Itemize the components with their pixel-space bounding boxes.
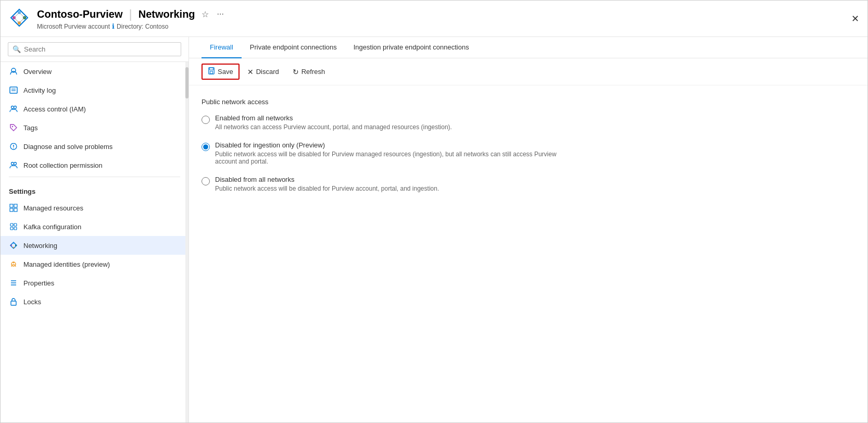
sidebar-item-locks[interactable]: Locks — [1, 292, 188, 311]
svg-rect-40 — [210, 68, 213, 70]
svg-rect-22 — [10, 208, 13, 212]
svg-rect-21 — [14, 204, 17, 207]
networking-icon — [9, 241, 18, 250]
info-icon[interactable]: ℹ — [112, 22, 115, 30]
access-control-icon — [9, 104, 18, 114]
header: Contoso-Purview | Networking ☆ ··· Micro… — [1, 1, 867, 37]
search-input[interactable] — [24, 45, 177, 53]
all-disabled-label[interactable]: Disabled from all networks — [215, 176, 439, 183]
discard-label: Discard — [256, 68, 279, 76]
sidebar-item-tags[interactable]: Tags — [1, 118, 188, 137]
refresh-button[interactable]: ↻ Refresh — [287, 65, 331, 79]
svg-rect-24 — [10, 223, 13, 226]
resource-name: Contoso-Purview — [37, 8, 122, 20]
settings-divider — [9, 177, 180, 177]
search-area: 🔍 — [1, 37, 188, 62]
svg-point-32 — [11, 245, 12, 246]
svg-point-14 — [14, 106, 17, 109]
tab-private-endpoint[interactable]: Private endpoint connections — [242, 37, 345, 58]
save-label: Save — [218, 68, 233, 76]
ingestion-only-description: Public network access will be disabled f… — [215, 151, 580, 165]
tab-firewall[interactable]: Firewall — [202, 37, 242, 58]
root-collection-label: Root collection permission — [23, 161, 103, 169]
sidebar-item-networking[interactable]: Networking — [1, 236, 188, 255]
svg-point-18 — [11, 163, 14, 165]
star-icon: ☆ — [202, 10, 209, 19]
main-content: Firewall Private endpoint connections In… — [189, 37, 867, 422]
directory-info: Directory: Contoso — [117, 23, 168, 30]
content-area: Public network access Enabled from all n… — [189, 85, 867, 422]
sidebar-item-activity-log[interactable]: Activity log — [1, 81, 188, 99]
refresh-label: Refresh — [301, 68, 325, 76]
properties-icon — [9, 278, 18, 288]
settings-section-label: Settings — [1, 179, 188, 198]
kafka-icon — [9, 222, 18, 231]
layout: 🔍 Overview Activity log — [1, 37, 867, 422]
all-disabled-radio[interactable] — [202, 177, 210, 185]
ingestion-only-radio[interactable] — [202, 143, 210, 151]
sidebar-item-diagnose[interactable]: Diagnose and solve problems — [1, 137, 188, 156]
svg-point-30 — [15, 245, 16, 246]
discard-icon: ✕ — [247, 68, 254, 76]
favorite-button[interactable]: ☆ — [199, 7, 211, 21]
option-all-disabled: Disabled from all networks Public networ… — [202, 176, 855, 192]
all-networks-label[interactable]: Enabled from all networks — [215, 114, 452, 122]
discard-button[interactable]: ✕ Discard — [242, 65, 285, 79]
sidebar-nav: Overview Activity log Access control (IA… — [1, 62, 188, 422]
sidebar-item-overview[interactable]: Overview — [1, 62, 188, 81]
svg-rect-25 — [14, 223, 17, 226]
title-divider: | — [129, 7, 132, 21]
tab-ingestion-endpoint[interactable]: Ingestion private endpoint connections — [345, 37, 477, 58]
svg-rect-41 — [210, 71, 212, 73]
more-icon: ··· — [217, 9, 224, 18]
scrollbar-thumb[interactable] — [185, 67, 188, 98]
sidebar-item-managed-resources[interactable]: Managed resources — [1, 198, 188, 217]
resource-type: Microsoft Purview account — [37, 23, 110, 30]
option-ingestion-only: Disabled for ingestion only (Preview) Pu… — [202, 141, 855, 165]
tags-label: Tags — [23, 124, 37, 132]
managed-resources-label: Managed resources — [23, 204, 83, 212]
sidebar: 🔍 Overview Activity log — [1, 37, 189, 422]
svg-rect-27 — [14, 227, 17, 230]
svg-point-34 — [13, 262, 15, 264]
locks-icon — [9, 297, 18, 306]
svg-rect-10 — [10, 87, 17, 93]
ingestion-only-label[interactable]: Disabled for ingestion only (Preview) — [215, 141, 580, 149]
svg-rect-23 — [14, 208, 17, 212]
svg-point-31 — [13, 247, 14, 248]
more-options-button[interactable]: ··· — [215, 7, 226, 21]
sidebar-item-managed-identities[interactable]: Managed identities (preview) — [1, 255, 188, 273]
all-networks-description: All networks can access Purview account,… — [215, 123, 452, 131]
activity-log-label: Activity log — [23, 86, 56, 94]
sidebar-item-access-control[interactable]: Access control (IAM) — [1, 99, 188, 118]
scrollbar-track — [185, 62, 188, 422]
header-title-block: Contoso-Purview | Networking ☆ ··· Micro… — [37, 7, 226, 30]
save-button[interactable]: Save — [202, 64, 240, 80]
svg-point-29 — [13, 243, 14, 244]
managed-identities-icon — [9, 259, 18, 269]
overview-label: Overview — [23, 68, 52, 76]
sidebar-item-properties[interactable]: Properties — [1, 273, 188, 292]
kafka-label: Kafka configuration — [23, 223, 81, 231]
svg-rect-26 — [10, 227, 13, 230]
sidebar-item-root-collection[interactable]: Root collection permission — [1, 156, 188, 175]
close-button[interactable]: ✕ — [851, 13, 859, 24]
ingestion-only-text: Disabled for ingestion only (Preview) Pu… — [215, 141, 580, 165]
section-title: Public network access — [202, 98, 855, 106]
activity-log-icon — [9, 85, 18, 95]
search-icon: 🔍 — [12, 45, 21, 53]
svg-point-13 — [11, 106, 14, 109]
diagnose-icon — [9, 142, 18, 151]
option-all-networks: Enabled from all networks All networks c… — [202, 114, 855, 131]
overview-icon — [9, 67, 18, 76]
toolbar: Save ✕ Discard ↻ Refresh — [189, 58, 867, 85]
svg-rect-20 — [10, 204, 13, 207]
search-box: 🔍 — [8, 42, 181, 56]
tabs-bar: Firewall Private endpoint connections In… — [189, 37, 867, 58]
managed-identities-label: Managed identities (preview) — [23, 260, 110, 268]
sidebar-item-kafka[interactable]: Kafka configuration — [1, 217, 188, 236]
header-actions: ✕ — [851, 13, 859, 24]
access-control-label: Access control (IAM) — [23, 105, 86, 113]
all-networks-radio[interactable] — [202, 116, 210, 124]
properties-label: Properties — [23, 279, 54, 287]
